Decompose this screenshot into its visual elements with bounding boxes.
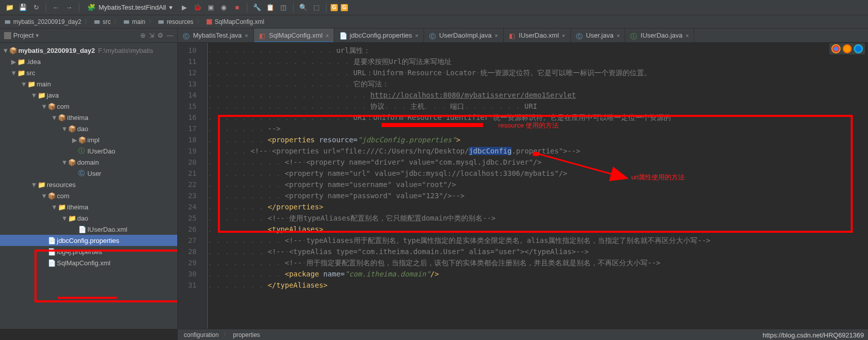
annotation-label-resource: resource 使用的方法 [498,121,559,130]
edge-icon[interactable] [854,44,863,53]
tree-itheima[interactable]: ▼📦itheima [0,112,177,123]
clipboard-icon[interactable]: 📋 [265,2,276,13]
debug-button[interactable]: 🐞 [192,2,203,13]
tree-sqlmapconfig[interactable]: 📄SqlMapConfig.xml [0,257,177,268]
tab-mybatistest[interactable]: ⒸMybatisTest.java× [178,28,254,42]
close-icon[interactable]: × [415,33,418,39]
tab-userdaoimpl[interactable]: ⒸUserDaoImpl.java× [424,28,504,42]
tree-src[interactable]: ▼📁src [0,67,177,78]
hide-icon[interactable]: — [167,32,173,39]
chevron-right-icon: 〉 [223,330,229,339]
window-icon[interactable]: ◫ [278,2,289,13]
chevron-right-icon: 〉 [114,17,120,26]
tree-impl[interactable]: ▶📦impl [0,134,177,145]
close-icon[interactable]: × [245,33,248,39]
editor-tabs: ⒸMybatisTest.java× ◧SqlMapConfig.xml× 📄j… [178,28,868,43]
xml-file-icon: ◧ [509,32,516,39]
stop-button[interactable]: ■ [232,2,243,13]
coverage-button[interactable]: ▣ [205,2,216,13]
structure-icon[interactable]: ⬚ [311,2,322,13]
run-config-dropdown[interactable]: 🧩 MybatisTest.testFindAll ▾ [83,3,177,12]
code-content[interactable]: . . . . . . . . . . . . . . . url属性： . .… [208,43,868,329]
tree-com[interactable]: ▼📦com [0,101,177,112]
tree-resources[interactable]: ▼📁resources [0,179,177,190]
close-icon[interactable]: × [326,33,329,39]
breadcrumb-configuration[interactable]: configuration [184,331,219,338]
tree-user[interactable]: ⒸUser [0,168,177,179]
close-icon[interactable]: × [686,33,689,39]
project-icon [4,32,11,39]
run-config-label: MybatisTest.testFindAll [99,4,166,11]
tree-iuserdao-xml[interactable]: 📄IUserDao.xml [0,224,177,235]
xml-file-icon: ◧ [259,32,266,39]
java-class-icon: Ⓒ [429,32,436,39]
gear-icon[interactable]: ⚙ [157,32,164,39]
breadcrumb-src[interactable]: src [93,18,111,25]
folder-icon [157,19,165,25]
search-icon[interactable]: 🔍 [298,2,309,13]
undo-button[interactable]: ← [50,2,61,13]
breadcrumb-root[interactable]: mybatis_20200919_day2 [4,18,81,25]
breadcrumb-file[interactable]: SqlMapConfig.xml [206,18,264,25]
tab-iuserdao-java[interactable]: ⒾIUserDao.java× [625,28,694,42]
chevron-right-icon: 〉 [84,17,90,26]
navigation-breadcrumb: mybatis_20200919_day2 〉 src 〉 main 〉 res… [0,15,868,28]
close-icon[interactable]: × [617,33,620,39]
close-icon[interactable]: × [562,33,565,39]
annotation-underline-tree [58,297,117,299]
tab-iuserdao-xml[interactable]: ◧IUserDao.xml× [504,28,571,42]
tree-main[interactable]: ▼📁main [0,78,177,89]
java-class-icon: Ⓒ [183,32,190,39]
tree-dao2[interactable]: ▼📁dao [0,212,177,224]
java-interface-icon: Ⓘ [630,32,637,39]
wrench-icon[interactable]: 🔧 [251,2,263,13]
annotation-label-url: url属性使用的方法 [631,173,685,182]
folder-icon [123,19,130,25]
open-file-button[interactable]: 📁 [4,2,15,13]
sync-button[interactable]: ↻ [30,2,42,13]
tab-sqlmapconfig[interactable]: ◧SqlMapConfig.xml× [254,28,335,42]
collapse-all-icon[interactable]: ⇲ [149,32,154,39]
profile-button[interactable]: ◉ [218,2,230,13]
tab-jdbcconfig[interactable]: 📄jdbcConfig.properties× [334,28,424,42]
tree-dao[interactable]: ▼📦dao [0,123,177,134]
save-all-button[interactable]: 💾 [17,2,28,13]
chevron-right-icon: 〉 [148,17,154,26]
breadcrumb-properties[interactable]: properties [233,331,260,338]
chrome-icon[interactable] [831,44,841,53]
tree-com2[interactable]: ▼📦com [0,190,177,201]
firefox-icon[interactable] [843,44,852,53]
tree-itheima2[interactable]: ▼📁itheima [0,201,177,212]
g-sql-icon1[interactable]: G [331,4,338,11]
tree-idea[interactable]: ▶📁.idea [0,56,177,67]
project-tree[interactable]: ▼📦 mybatis_20200919_day2 F:\mybatis\myba… [0,43,177,329]
close-icon[interactable]: × [495,33,498,39]
svg-rect-4 [207,19,212,24]
editor-area: ⒸMybatisTest.java× ◧SqlMapConfig.xml× 📄j… [178,28,868,329]
properties-file-icon: 📄 [339,32,346,39]
select-opened-icon[interactable]: ⊕ [140,32,146,39]
chevron-right-icon: 〉 [197,17,203,26]
run-config-icon: 🧩 [87,4,95,11]
java-class-icon: Ⓒ [576,32,583,39]
chevron-down-icon: ▾ [169,4,173,11]
line-gutter: 1011121314151617181920212223242526272829… [178,43,201,329]
g-sql-icon2[interactable]: G [341,4,348,11]
redo-button[interactable]: → [63,2,75,13]
run-button[interactable]: ▶ [179,2,190,13]
tree-iuserdao[interactable]: ⒾIUserDao [0,145,177,157]
xml-file-icon [206,19,213,25]
svg-rect-5 [4,32,11,39]
tree-jdbcconfig[interactable]: 📄jdbcConfig.properties [0,235,177,246]
breadcrumb-main[interactable]: main [123,18,145,25]
fold-margin[interactable] [201,43,208,329]
tab-user[interactable]: ⒸUser.java× [571,28,626,42]
breadcrumb-resources[interactable]: resources [157,18,194,25]
tree-root[interactable]: ▼📦 mybatis_20200919_day2 F:\mybatis\myba… [0,45,177,56]
watermark: https://blog.csdn.net/HRQ6921369 [763,331,864,339]
main-toolbar: 📁 💾 ↻ ← → 🧩 MybatisTest.testFindAll ▾ ▶ … [0,0,868,15]
tree-domain[interactable]: ▼📦domain [0,157,177,168]
tree-java[interactable]: ▼📁java [0,89,177,101]
code-editor[interactable]: 1011121314151617181920212223242526272829… [178,43,868,329]
tree-log4j[interactable]: 📄log4j.properties [0,246,177,257]
